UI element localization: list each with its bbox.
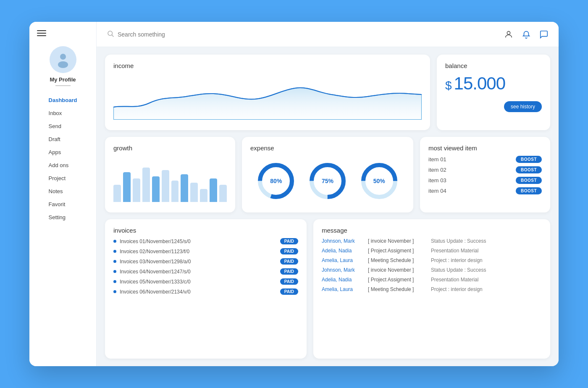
invoice-row: Invoices 03/November/1298/a/0 PAID xyxy=(113,258,298,265)
balance-title: balance xyxy=(445,62,542,69)
income-card: income xyxy=(105,55,430,130)
nav-list: DashboardInboxSendDraftAppsAdd onsProjec… xyxy=(40,94,86,224)
most-viewed-row: item 02 BOOST xyxy=(428,166,542,173)
sidebar-item-favorit[interactable]: Favorit xyxy=(40,198,86,211)
profile-name: My Profile xyxy=(50,76,76,83)
most-viewed-item-name: item 04 xyxy=(428,188,446,194)
growth-bar xyxy=(181,174,188,202)
profile-divider xyxy=(55,85,71,86)
invoice-row: Invoices 04/November/1247/s/0 PAID xyxy=(113,268,298,275)
growth-bar xyxy=(190,183,198,202)
user-icon[interactable] xyxy=(504,30,513,39)
message-row: Amelia, Laura [ Meeting Schedule ] Proje… xyxy=(322,257,542,263)
paid-badge: PAID xyxy=(280,238,298,244)
expense-donut: 75% xyxy=(309,162,346,200)
message-title: message xyxy=(322,227,542,234)
invoice-name: Invoices 04/November/1247/s/0 xyxy=(120,269,280,275)
invoice-row: Invoices 06/November/2134/v/0 PAID xyxy=(113,288,298,295)
message-subject: [ Project Assigment ] xyxy=(368,277,427,283)
invoice-name: Invoices 01/November/1245/s/0 xyxy=(120,239,280,244)
most-viewed-list: item 01 BOOST item 02 BOOST item 03 BOOS… xyxy=(428,156,542,194)
hamburger-menu[interactable] xyxy=(37,30,46,36)
message-card: message Johnson, Mark [ invoice November… xyxy=(313,219,550,359)
message-preview: Presentation Material xyxy=(431,248,542,254)
sidebar-item-project[interactable]: Project xyxy=(40,172,86,185)
boost-button[interactable]: BOOST xyxy=(516,187,542,194)
growth-bar xyxy=(123,172,131,202)
svg-line-4 xyxy=(112,35,113,37)
expense-donut: 50% xyxy=(360,162,398,200)
growth-bars xyxy=(113,156,227,202)
message-list: Johnson, Mark [ invoice November ] Statu… xyxy=(322,238,542,292)
message-sender: Adelia, Nadia xyxy=(322,277,364,283)
message-preview: Project : interior design xyxy=(431,257,542,263)
growth-card: growth xyxy=(105,137,235,212)
message-row: Adelia, Nadia [ Project Assigment ] Pres… xyxy=(322,277,542,283)
expense-card: expense 80% 75% 50% xyxy=(242,137,413,212)
header xyxy=(97,22,559,47)
invoice-dot xyxy=(113,290,116,293)
paid-badge: PAID xyxy=(280,248,298,254)
invoice-dot xyxy=(113,270,116,273)
message-row: Johnson, Mark [ invoice November ] Statu… xyxy=(322,267,542,273)
boost-button[interactable]: BOOST xyxy=(516,156,542,163)
sidebar-item-apps[interactable]: Apps xyxy=(40,146,86,159)
most-viewed-item-name: item 03 xyxy=(428,177,446,184)
invoice-dot xyxy=(113,280,116,283)
invoice-dot xyxy=(113,240,116,243)
donut-label: 80% xyxy=(270,178,282,184)
invoices-card: invoices Invoices 01/November/1245/s/0 P… xyxy=(105,219,307,359)
donut-label: 50% xyxy=(373,178,385,184)
expense-donut: 80% xyxy=(257,162,295,200)
message-preview: Status Update : Success xyxy=(431,238,542,244)
most-viewed-row: item 04 BOOST xyxy=(428,187,542,194)
sidebar-item-add-ons[interactable]: Add ons xyxy=(40,159,86,172)
invoice-list: Invoices 01/November/1245/s/0 PAID Invoi… xyxy=(113,238,298,295)
message-subject: [ Project Assigment ] xyxy=(368,248,427,254)
most-viewed-row: item 01 BOOST xyxy=(428,156,542,163)
growth-bar xyxy=(210,178,217,202)
sidebar: My Profile DashboardInboxSendDraftAppsAd… xyxy=(29,22,97,366)
search-input[interactable] xyxy=(118,31,499,38)
sidebar-item-dashboard[interactable]: Dashboard xyxy=(40,94,86,107)
most-viewed-card: most viewed item item 01 BOOST item 02 B… xyxy=(420,137,550,212)
message-preview: Status Update : Success xyxy=(431,267,542,273)
sidebar-item-setting[interactable]: Setting xyxy=(40,211,86,224)
growth-bar xyxy=(142,168,150,202)
donut-label: 75% xyxy=(322,178,333,184)
invoice-dot xyxy=(113,250,116,253)
sidebar-item-send[interactable]: Send xyxy=(40,120,86,133)
message-subject: [ invoice November ] xyxy=(368,238,427,244)
growth-title: growth xyxy=(113,144,227,152)
message-subject: [ Meeting Schedule ] xyxy=(368,286,427,292)
see-history-button[interactable]: see history xyxy=(504,101,542,112)
invoice-row: Invoices 05/November/1333/c/0 PAID xyxy=(113,278,298,285)
boost-button[interactable]: BOOST xyxy=(516,166,542,173)
message-row: Amelia, Laura [ Meeting Schedule ] Proje… xyxy=(322,286,542,292)
svg-point-2 xyxy=(58,61,68,68)
most-viewed-item-name: item 01 xyxy=(428,156,446,163)
growth-bar xyxy=(219,185,227,202)
sidebar-item-draft[interactable]: Draft xyxy=(40,133,86,146)
growth-bar xyxy=(200,189,207,202)
header-icons xyxy=(504,30,549,39)
boost-button[interactable]: BOOST xyxy=(516,177,542,184)
message-row: Johnson, Mark [ invoice November ] Statu… xyxy=(322,238,542,244)
sidebar-item-inbox[interactable]: Inbox xyxy=(40,107,86,120)
row-3: invoices Invoices 01/November/1245/s/0 P… xyxy=(105,219,550,359)
balance-amount: $ 15.000 xyxy=(445,73,542,94)
message-subject: [ invoice November ] xyxy=(368,267,427,273)
invoice-dot xyxy=(113,260,116,263)
sidebar-item-notes[interactable]: Notes xyxy=(40,185,86,198)
expense-title: expense xyxy=(250,144,405,152)
search-icon xyxy=(107,30,114,39)
message-sender: Adelia, Nadia xyxy=(322,248,364,254)
row-1: income balance xyxy=(105,55,550,130)
growth-bar xyxy=(162,170,169,202)
paid-badge: PAID xyxy=(280,268,298,275)
chat-icon[interactable] xyxy=(539,30,549,39)
paid-badge: PAID xyxy=(280,278,298,285)
notification-icon[interactable] xyxy=(522,30,531,39)
most-viewed-title: most viewed item xyxy=(428,144,542,152)
row-2: growth expense 80% 75% 50% mo xyxy=(105,137,550,212)
